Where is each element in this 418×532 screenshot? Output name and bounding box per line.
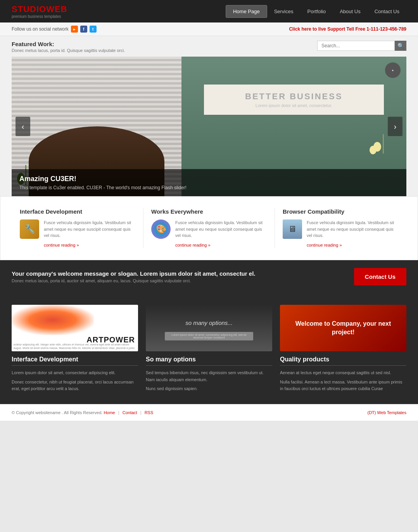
footer-copyright: © Copyright websitename . All Rights Res… xyxy=(12,410,102,415)
portfolio-title-1: So many options xyxy=(146,356,272,363)
search-button[interactable]: 🔍 xyxy=(395,41,406,51)
footer: © Copyright websitename . All Rights Res… xyxy=(0,404,418,421)
feature-0: Interface Development 🔧 Fusce vehicula d… xyxy=(12,208,143,248)
cta-button[interactable]: Contact Us xyxy=(354,268,406,285)
logo-tagline: premium business templates xyxy=(12,14,67,19)
feature-2: Browser Compatibility 🖥 Fusce vehicula d… xyxy=(275,208,406,248)
feature-icon-0: 🔧 xyxy=(20,219,39,239)
continue-link-0[interactable]: continue reading » xyxy=(44,242,135,249)
footer-contact-link[interactable]: Contact xyxy=(123,410,137,415)
footer-dt: (DT) xyxy=(368,410,376,415)
continue-link-2[interactable]: continue reading » xyxy=(307,242,398,249)
social-follow: Follow us on social network ▸ f t xyxy=(12,26,97,33)
feature-text-1: Fusce vehicula dignissim ligula. Vestibu… xyxy=(175,219,267,248)
main-nav: Home PageServicesPortfolioAbout UsContac… xyxy=(226,5,406,18)
logo: STUDIOWEB premium business templates xyxy=(12,4,67,19)
portfolio-item-2: Welcome to Company, your next project! Q… xyxy=(280,305,406,392)
slider-prev[interactable]: ‹ xyxy=(16,117,30,136)
support-text: Click here to live Support Tell Free 1-1… xyxy=(289,26,406,32)
feature-icon-2: 🖥 xyxy=(283,219,302,239)
featured-subtitle: Donec metus lacus, porta id. Quisque sag… xyxy=(12,48,125,53)
portfolio-title-2: Quality products xyxy=(280,356,406,363)
facebook-icon[interactable]: f xyxy=(80,26,87,33)
portfolio-p2-0: Donec consectetur, nibh ut feugiat place… xyxy=(12,379,138,392)
twitter-icon[interactable]: t xyxy=(90,26,97,33)
search-box: 🔍 xyxy=(317,41,406,51)
slider-next[interactable]: › xyxy=(388,117,402,136)
slider-title: Amazing CU3ER! xyxy=(19,175,399,183)
portfolio-p1-1: Sed tempus bibendum risus, nec dignissim… xyxy=(146,370,272,383)
nav-item-contact-us[interactable]: Contact Us xyxy=(368,5,406,17)
logo-studio: STUDIO xyxy=(12,4,46,14)
slider-text: This template is Cu3er enabled. CU3ER - … xyxy=(19,185,399,190)
footer-rss-link[interactable]: RSS xyxy=(145,410,154,415)
feature-title-0: Interface Development xyxy=(20,208,135,215)
slider-caption: Amazing CU3ER! This template is Cu3er en… xyxy=(12,169,406,196)
featured-title: Featured Work: xyxy=(12,41,125,47)
portfolio-p1-0: Lorem ipsum dolor sit amet, consectetur … xyxy=(12,370,138,377)
nav-item-home-page[interactable]: Home Page xyxy=(226,5,267,18)
portfolio-p1-2: Aenean at lectus eget neque consequat sa… xyxy=(280,370,406,377)
portfolio-item-1: so many options... Lorem ipsum dolor sit… xyxy=(146,305,272,392)
feature-text-2: Fusce vehicula dignissim ligula. Vestibu… xyxy=(307,219,398,248)
feature-1: Works Everywhere 🎨 Fusce vehicula dignis… xyxy=(143,208,275,248)
portfolio-thumb-2[interactable]: Welcome to Company, your next project! xyxy=(280,305,406,351)
portfolio-thumb-1[interactable]: so many options... Lorem ipsum dolor sit… xyxy=(146,305,272,351)
portfolio-section: ARTPOWER ectetur adipiscing elit. Intege… xyxy=(0,293,418,404)
footer-web-templates[interactable]: Web Templates xyxy=(377,410,406,415)
feature-icon-1: 🎨 xyxy=(151,219,171,239)
cta-heading: Your company's welcome message or slogan… xyxy=(12,270,255,277)
footer-home-link[interactable]: Home xyxy=(104,410,115,415)
cta-subtext: Donec metus lacus, porta id, auctor sit … xyxy=(12,278,255,283)
features-section: Interface Development 🔧 Fusce vehicula d… xyxy=(0,196,418,260)
nav-item-about-us[interactable]: About Us xyxy=(333,5,367,17)
slider-sign-small: Lorem ipsum dolor sit amet, consectetur. xyxy=(214,103,374,108)
cta-bar: Your company's welcome message or slogan… xyxy=(0,260,418,293)
hero-slider: BETTER BUSINESS Lorem ipsum dolor sit am… xyxy=(12,57,406,196)
logo-web: WEB xyxy=(46,4,67,14)
continue-link-1[interactable]: continue reading » xyxy=(175,242,267,249)
feature-title-1: Works Everywhere xyxy=(151,208,267,215)
rss-icon[interactable]: ▸ xyxy=(71,26,78,33)
portfolio-thumb-0[interactable]: ARTPOWER ectetur adipiscing elit. Intege… xyxy=(12,305,138,351)
portfolio-p2-1: Nunc sed dignissim sapien. xyxy=(146,385,272,392)
portfolio-title-0: Interface Development xyxy=(12,356,138,363)
portfolio-item-0: ARTPOWER ectetur adipiscing elit. Intege… xyxy=(12,305,138,392)
portfolio-p2-2: Nulla facilisi. Aenean a lect massa. Ves… xyxy=(280,379,406,392)
nav-item-services[interactable]: Services xyxy=(267,5,301,17)
slider-sign-big: BETTER BUSINESS xyxy=(214,92,374,102)
feature-title-2: Browser Compatibility xyxy=(283,208,398,215)
search-input[interactable] xyxy=(317,41,395,51)
feature-text-0: Fusce vehicula dignissim ligula. Vestibu… xyxy=(44,219,135,248)
nav-item-portfolio[interactable]: Portfolio xyxy=(301,5,333,17)
